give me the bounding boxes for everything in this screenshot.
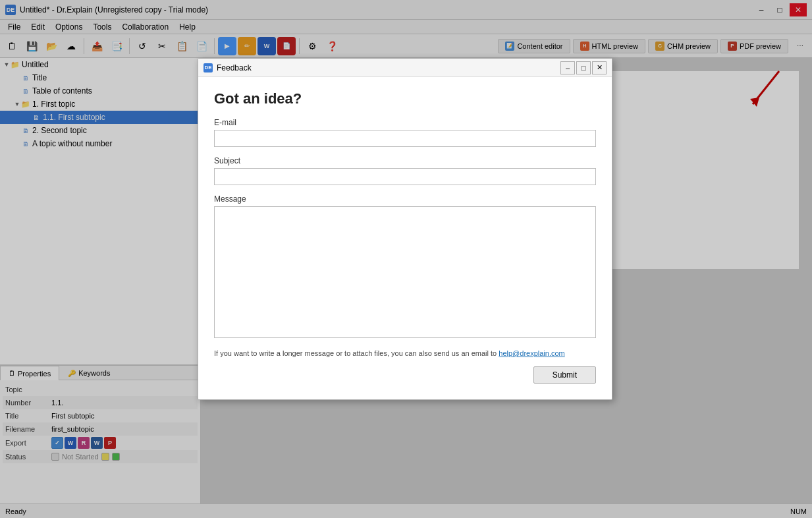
modal-close-button[interactable]: ✕ bbox=[592, 61, 607, 74]
modal-footer-buttons: Submit bbox=[214, 366, 596, 386]
modal-body: Got an idea? E-mail Subject Message If y… bbox=[198, 77, 612, 399]
feedback-modal: DE Feedback – □ ✕ Got an idea? E-mail Su… bbox=[198, 58, 612, 400]
modal-overlay: DE Feedback – □ ✕ Got an idea? E-mail Su… bbox=[0, 0, 812, 518]
modal-title-text: Feedback bbox=[217, 63, 252, 72]
modal-minimize-button[interactable]: – bbox=[560, 61, 575, 74]
modal-app-icon: DE bbox=[203, 63, 213, 72]
subject-group: Subject bbox=[214, 156, 596, 185]
email-input[interactable] bbox=[214, 130, 596, 147]
subject-label: Subject bbox=[214, 156, 596, 165]
submit-button[interactable]: Submit bbox=[533, 366, 596, 384]
modal-maximize-button[interactable]: □ bbox=[576, 61, 591, 74]
modal-title: DE Feedback bbox=[203, 63, 252, 72]
subject-input[interactable] bbox=[214, 168, 596, 185]
message-textarea[interactable] bbox=[214, 206, 596, 338]
modal-titlebar: DE Feedback – □ ✕ bbox=[198, 59, 612, 77]
message-group: Message bbox=[214, 194, 596, 340]
message-label: Message bbox=[214, 194, 596, 204]
modal-heading: Got an idea? bbox=[214, 90, 596, 107]
modal-footer-text: If you want to write a longer message or… bbox=[214, 349, 596, 357]
email-group: E-mail bbox=[214, 118, 596, 147]
email-link[interactable]: help@drexplain.com bbox=[499, 349, 564, 357]
modal-controls: – □ ✕ bbox=[560, 61, 607, 74]
footer-text-content: If you want to write a longer message or… bbox=[214, 349, 499, 357]
email-label: E-mail bbox=[214, 118, 596, 127]
